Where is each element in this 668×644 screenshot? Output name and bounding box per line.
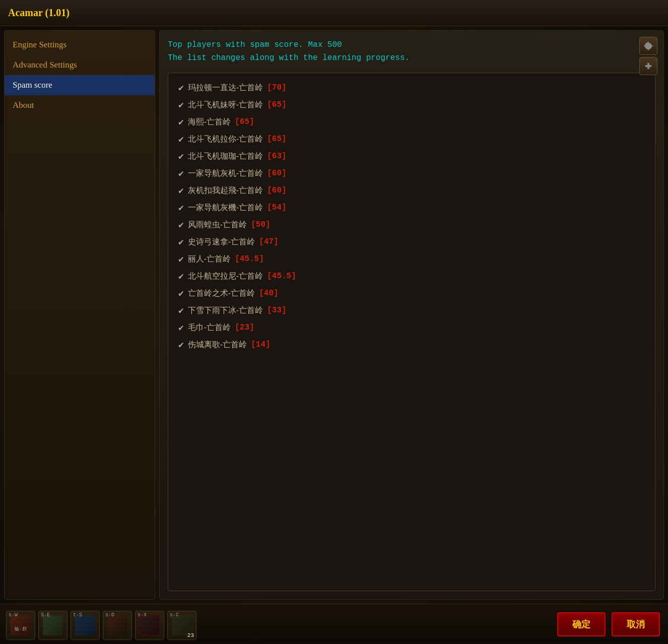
player-score: [50] [251,220,270,229]
main-container: Engine Settings Advanced Settings Spam s… [0,26,668,604]
player-item[interactable]: ✔ 风雨蝗虫-亡首岭 [50] [174,216,649,233]
title-bar: Acamar (1.01) [0,0,668,26]
app-title: Acamar (1.01) [8,7,70,19]
gear-icon [643,41,653,51]
player-score: [65] [267,135,286,144]
player-score: [65] [235,117,254,126]
bottom-bar: s·W 输·邪 S·E t·S s·D s·X s·C 23 确定 取消 [0,604,668,644]
checkbox-icon: ✔ [178,99,184,110]
player-name: 玛拉顿一直达-亡首岭 [188,83,263,93]
sidebar-item-engine-settings[interactable]: Engine Settings [5,35,155,55]
player-score: [33] [267,306,286,315]
checkbox-icon: ✔ [178,116,184,127]
checkbox-icon: ✔ [178,288,184,299]
sidebar: Engine Settings Advanced Settings Spam s… [4,30,155,600]
checkbox-icon: ✔ [178,219,184,230]
player-item[interactable]: ✔ 玛拉顿一直达-亡首岭 [70] [174,79,649,96]
player-item[interactable]: ✔ 一家导航灰機-亡首岭 [54] [174,199,649,216]
settings-icon-btn[interactable] [639,37,657,55]
player-score: [70] [267,83,286,92]
player-score: [63] [267,152,286,161]
checkbox-icon: ✔ [178,236,184,247]
slot-sd[interactable]: s·D [103,611,132,640]
player-name: 北斗飞机妹呀-亡首岭 [188,100,263,110]
player-item[interactable]: ✔ 丽人-亡首岭 [45.5] [174,250,649,268]
top-icons [639,37,657,75]
checkbox-icon: ✔ [178,339,184,350]
player-score: [60] [267,186,286,195]
player-item[interactable]: ✔ 下雪下雨下冰-亡首岭 [33] [174,302,649,319]
bottom-slots: s·W 输·邪 S·E t·S s·D s·X s·C 23 [6,611,196,640]
sidebar-item-spam-score[interactable]: Spam score [5,75,155,95]
player-score: [45.5] [267,272,296,281]
checkbox-icon: ✔ [178,151,184,162]
player-name: 丽人-亡首岭 [188,254,231,265]
checkbox-icon: ✔ [178,271,184,282]
checkbox-icon: ✔ [178,185,184,196]
player-name: 海熙-亡首岭 [188,117,231,127]
player-score: [65] [267,100,286,109]
player-score: [40] [259,289,278,298]
checkbox-icon: ✔ [178,253,184,265]
player-name: 北斗飞机珈珈-亡首岭 [188,151,263,162]
checkbox-icon: ✔ [178,82,184,93]
players-list[interactable]: ✔ 玛拉顿一直达-亡首岭 [70] ✔ 北斗飞机妹呀-亡首岭 [65] ✔ 海熙… [168,73,655,591]
player-item[interactable]: ✔ 史诗弓速拿-亡首岭 [47] [174,233,649,250]
sidebar-item-advanced-settings[interactable]: Advanced Settings [5,55,155,75]
player-name: 灰机扣我起飛-亡首岭 [188,185,263,196]
player-name: 下雪下雨下冰-亡首岭 [188,305,263,316]
checkbox-icon: ✔ [178,322,184,333]
player-name: 毛巾-亡首岭 [188,323,231,333]
player-name: 北斗航空拉尼-亡首岭 [188,271,263,282]
slot-sx[interactable]: s·X [135,611,164,640]
player-score: [45.5] [235,254,264,264]
player-name: 亡首岭之术-亡首岭 [188,288,255,299]
player-score: [14] [251,340,270,349]
checkbox-icon: ✔ [178,168,184,179]
player-score: [23] [235,323,254,332]
close-icon-btn[interactable] [639,57,657,75]
player-item[interactable]: ✔ 伤城离歌-亡首岭 [14] [174,336,649,353]
checkbox-icon: ✔ [178,134,184,145]
sidebar-item-about[interactable]: About [5,95,155,115]
player-item[interactable]: ✔ 北斗飞机妹呀-亡首岭 [65] [174,96,649,113]
slot-ts[interactable]: t·S [71,611,100,640]
player-item[interactable]: ✔ 北斗飞机珈珈-亡首岭 [63] [174,148,649,165]
player-item[interactable]: ✔ 北斗航空拉尼-亡首岭 [45.5] [174,268,649,285]
player-name: 风雨蝗虫-亡首岭 [188,220,247,230]
player-item[interactable]: ✔ 海熙-亡首岭 [65] [174,113,649,131]
player-name: 伤城离歌-亡首岭 [188,340,247,350]
header-line2: The list changes along with the learning… [168,52,655,65]
cancel-button[interactable]: 取消 [612,612,660,636]
checkbox-icon: ✔ [178,305,184,316]
confirm-button[interactable]: 确定 [557,612,606,636]
content-area: Top players with spam score. Max 500 The… [159,30,664,600]
player-item[interactable]: ✔ 毛巾-亡首岭 [23] [174,319,649,336]
close-icon [644,62,652,70]
player-name: 一家导航灰机-亡首岭 [188,168,263,179]
player-score: [47] [259,237,278,246]
svg-rect-2 [645,65,651,67]
content-header: Top players with spam score. Max 500 The… [168,39,655,65]
player-item[interactable]: ✔ 灰机扣我起飛-亡首岭 [60] [174,182,649,199]
player-score: [60] [267,169,286,178]
player-item[interactable]: ✔ 北斗飞机拉你-亡首岭 [65] [174,131,649,148]
slot-se[interactable]: S·E [38,611,68,640]
player-name: 北斗飞机拉你-亡首岭 [188,134,263,145]
checkbox-icon: ✔ [178,202,184,213]
player-score: [54] [267,203,286,212]
player-name: 一家导航灰機-亡首岭 [188,203,263,213]
player-name: 史诗弓速拿-亡首岭 [188,237,255,247]
slot-sc[interactable]: s·C 23 [167,611,196,640]
player-item[interactable]: ✔ 亡首岭之术-亡首岭 [40] [174,285,649,302]
player-item[interactable]: ✔ 一家导航灰机-亡首岭 [60] [174,165,649,182]
slot-sw[interactable]: s·W 输·邪 [6,611,35,640]
header-line1: Top players with spam score. Max 500 [168,39,655,52]
